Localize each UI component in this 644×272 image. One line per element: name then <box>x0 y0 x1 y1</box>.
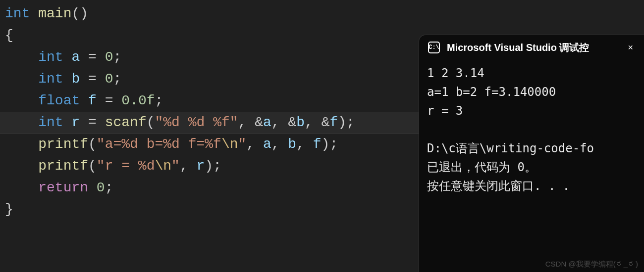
close-icon[interactable]: × <box>624 41 637 55</box>
token: \n <box>155 158 171 174</box>
token: return <box>38 180 88 195</box>
token: , <box>238 115 255 130</box>
token <box>113 93 121 108</box>
token: ; <box>329 136 338 152</box>
token: int <box>38 115 63 130</box>
token: = <box>88 115 97 130</box>
token: r <box>197 158 205 174</box>
token: ; <box>155 93 163 108</box>
token: = <box>105 93 113 108</box>
token: 0 <box>105 49 113 65</box>
code-line[interactable]: float f = 0.0f; <box>0 90 419 112</box>
token: a <box>263 115 271 130</box>
token: f <box>313 136 322 152</box>
token: , <box>296 136 313 152</box>
token <box>97 49 105 65</box>
token: f <box>329 115 338 130</box>
token: a <box>63 49 88 65</box>
token: b <box>288 136 296 152</box>
debug-console-window: C:\ Microsoft Visual Studio 调试控 × 1 2 3.… <box>419 35 644 272</box>
token: { <box>5 28 13 43</box>
token: ; <box>346 115 355 130</box>
token: ; <box>113 49 122 65</box>
token: , <box>271 136 288 152</box>
token: main <box>38 6 71 21</box>
token: = <box>88 71 97 87</box>
token: 0 <box>105 71 113 87</box>
console-titlebar[interactable]: C:\ Microsoft Visual Studio 调试控 × <box>419 35 644 60</box>
token: ) <box>205 158 213 174</box>
code-editor[interactable]: int main(){ int a = 0; int b = 0; float … <box>0 0 419 272</box>
token: "%d %d %f" <box>155 115 238 130</box>
token: a <box>263 136 271 152</box>
token <box>97 71 105 87</box>
code-line[interactable]: } <box>0 199 419 221</box>
token: ( <box>147 115 155 130</box>
token: ) <box>322 136 330 152</box>
code-line[interactable]: printf("r = %d\n", r); <box>0 155 419 177</box>
terminal-icon: C:\ <box>428 42 440 53</box>
token: int <box>38 71 63 87</box>
token: b <box>296 115 305 130</box>
code-line[interactable]: { <box>0 25 419 46</box>
token: int <box>38 49 63 65</box>
token: r <box>63 115 88 130</box>
code-line[interactable]: printf("a=%d b=%d f=%f\n", a, b, f); <box>0 134 419 155</box>
token: "r = %d <box>97 158 155 174</box>
code-line[interactable]: int b = 0; <box>0 68 419 90</box>
token: ; <box>105 180 113 195</box>
token: , <box>246 136 263 152</box>
token: & <box>255 115 263 130</box>
token: 0.0f <box>121 93 155 108</box>
token: ; <box>113 71 122 87</box>
token: () <box>71 6 88 21</box>
token: \n <box>221 136 238 152</box>
token: scanf <box>105 115 147 130</box>
token: float <box>38 93 80 108</box>
token: ; <box>213 158 221 174</box>
token: = <box>88 49 97 65</box>
token: " <box>238 136 247 152</box>
token: b <box>63 71 88 87</box>
token: "a=%d b=%d f=%f <box>97 136 221 152</box>
code-line[interactable]: int a = 0; <box>0 46 419 68</box>
token: int <box>5 6 30 21</box>
token <box>97 115 105 130</box>
watermark: CSDN @我要学编程(ಥ_ಥ) <box>545 260 638 269</box>
code-line[interactable]: int main() <box>0 3 419 25</box>
token: 0 <box>97 180 105 195</box>
token: , <box>305 115 322 130</box>
token: printf <box>38 136 88 152</box>
token: & <box>288 115 296 130</box>
token <box>88 180 97 195</box>
token: , <box>180 158 197 174</box>
token <box>30 6 38 21</box>
token: f <box>80 93 105 108</box>
token: printf <box>38 158 88 174</box>
token: & <box>322 115 330 130</box>
token: ) <box>338 115 346 130</box>
code-line[interactable]: int r = scanf("%d %d %f", &a, &b, &f); <box>0 112 419 134</box>
token: , <box>271 115 288 130</box>
token: } <box>5 202 13 217</box>
token: " <box>171 158 180 174</box>
code-line[interactable]: return 0; <box>0 177 419 199</box>
token: ( <box>88 136 97 152</box>
console-output[interactable]: 1 2 3.14 a=1 b=2 f=3.140000 r = 3 D:\c语言… <box>419 60 644 199</box>
console-title: Microsoft Visual Studio 调试控 <box>447 41 617 54</box>
token: ( <box>88 158 97 174</box>
